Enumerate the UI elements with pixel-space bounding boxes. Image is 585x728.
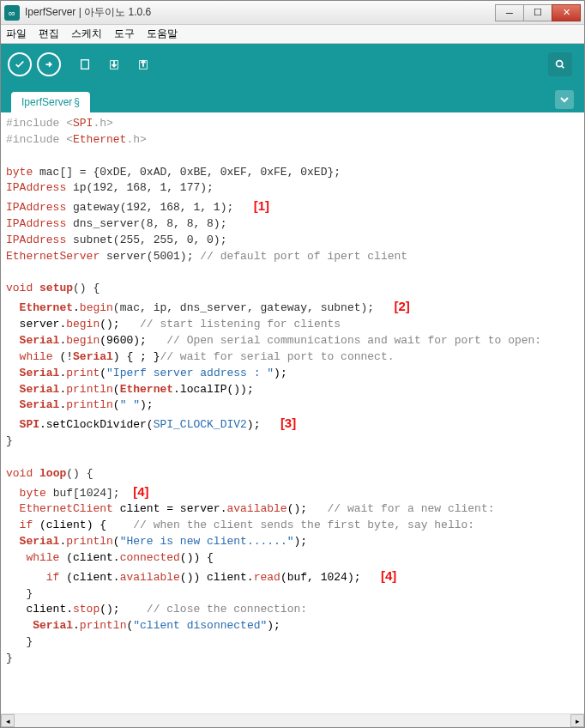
annotation-2: [2] bbox=[395, 299, 410, 313]
scroll-left-button[interactable]: ◂ bbox=[1, 714, 15, 727]
save-button[interactable] bbox=[131, 52, 155, 76]
menu-file[interactable]: 파일 bbox=[6, 27, 27, 41]
window-title: IperfServer | 아두이노 1.0.6 bbox=[20, 5, 496, 20]
tab-menu-button[interactable] bbox=[555, 90, 574, 109]
menu-sketch[interactable]: 스케치 bbox=[71, 27, 102, 41]
editor-area: #include <SPI.h> #include <Ethernet.h> b… bbox=[1, 112, 584, 713]
annotation-4b: [4] bbox=[381, 568, 396, 583]
menu-edit[interactable]: 편집 bbox=[39, 27, 59, 41]
tab-iperfserver[interactable]: IperfServer§ bbox=[11, 92, 90, 112]
tabstrip: IperfServer§ bbox=[1, 85, 584, 112]
minimize-button[interactable]: ─ bbox=[495, 4, 524, 21]
scroll-track[interactable] bbox=[15, 714, 570, 727]
annotation-3: [3] bbox=[280, 416, 296, 430]
upload-button[interactable] bbox=[37, 52, 61, 76]
maximize-button[interactable]: ☐ bbox=[523, 4, 552, 21]
svg-point-3 bbox=[557, 61, 563, 67]
horizontal-scrollbar[interactable]: ◂ ▸ bbox=[1, 713, 584, 727]
menu-tools[interactable]: 도구 bbox=[114, 27, 135, 41]
serial-monitor-button[interactable] bbox=[548, 52, 572, 76]
close-button[interactable]: ✕ bbox=[552, 4, 581, 21]
app-window: ∞ IperfServer | 아두이노 1.0.6 ─ ☐ ✕ 파일 편집 스… bbox=[0, 0, 585, 728]
arduino-icon: ∞ bbox=[4, 5, 20, 21]
tab-modified-indicator: § bbox=[74, 96, 80, 108]
annotation-1: [1] bbox=[254, 198, 269, 213]
window-controls: ─ ☐ ✕ bbox=[496, 4, 581, 21]
scroll-right-button[interactable]: ▸ bbox=[570, 714, 584, 727]
menubar: 파일 편집 스케치 도구 도움말 bbox=[1, 25, 584, 44]
titlebar: ∞ IperfServer | 아두이노 1.0.6 ─ ☐ ✕ bbox=[1, 1, 584, 25]
tab-label: IperfServer bbox=[21, 96, 72, 108]
menu-help[interactable]: 도움말 bbox=[147, 27, 178, 41]
verify-button[interactable] bbox=[8, 52, 32, 76]
open-button[interactable] bbox=[102, 52, 126, 76]
svg-rect-0 bbox=[81, 60, 89, 70]
toolbar bbox=[1, 44, 584, 85]
new-button[interactable] bbox=[73, 52, 97, 76]
annotation-4a: [4] bbox=[133, 484, 148, 499]
code-editor[interactable]: #include <SPI.h> #include <Ethernet.h> b… bbox=[1, 112, 584, 713]
